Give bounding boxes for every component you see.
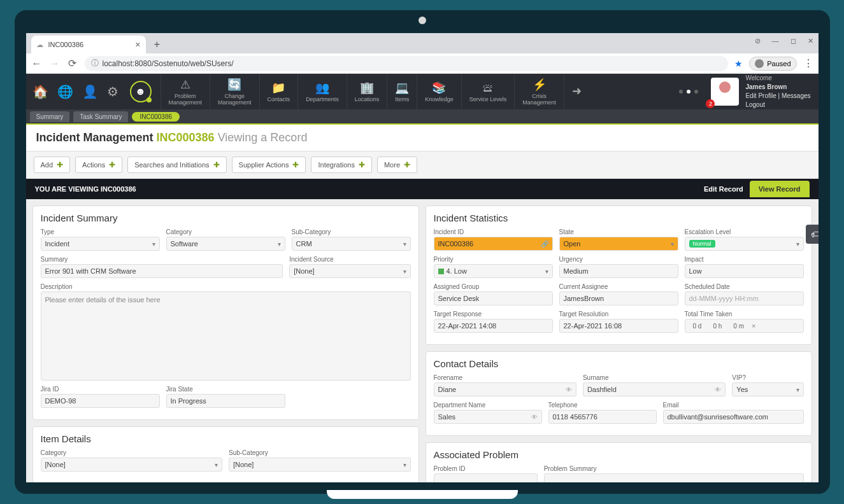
plus-icon: ✚ [213, 160, 220, 169]
user-avatar[interactable]: 2 [711, 78, 739, 106]
edit-record-button[interactable]: Edit Record [704, 185, 743, 193]
tab-task-summary[interactable]: Task Summary [73, 111, 128, 122]
reload-icon[interactable]: ⟳ [67, 57, 78, 69]
module-next[interactable]: ➜ [564, 74, 589, 109]
clear-time-icon[interactable]: × [752, 322, 755, 330]
panel-title: Associated Problem [434, 449, 804, 460]
module-locations[interactable]: 🏢Locations [347, 74, 387, 109]
module-service-levels[interactable]: 🛎Service Levels [461, 74, 515, 109]
back-icon[interactable]: ← [31, 58, 43, 69]
edit-profile-link[interactable]: Edit Profile [745, 92, 776, 99]
action-bar: Add✚ Actions✚ Searches and Initiations✚ … [26, 151, 819, 179]
priority-select[interactable]: 4. Low [434, 264, 553, 278]
department-field[interactable]: Sales [434, 410, 542, 424]
view-banner: YOU ARE VIEWING INC000386 Edit Record Vi… [26, 179, 819, 199]
globe-icon[interactable]: 🌐 [57, 84, 73, 99]
more-button[interactable]: More✚ [377, 157, 417, 173]
module-departments[interactable]: 👥Departments [297, 74, 347, 109]
integrations-button[interactable]: Integrations✚ [311, 157, 371, 173]
bookmark-icon[interactable]: ★ [734, 59, 743, 69]
module-change-management[interactable]: 🔄ChangeManagement [210, 74, 259, 109]
state-select[interactable]: Open [559, 237, 678, 251]
browser-menu-icon[interactable]: ⋮ [803, 57, 813, 69]
subcategory-select[interactable]: CRM [292, 237, 411, 251]
viewing-label: YOU ARE VIEWING INC000386 [35, 185, 136, 193]
item-details-panel: Item Details Category[None] Sub-Category… [32, 426, 419, 482]
jira-state-input[interactable]: In Progress [166, 394, 285, 408]
email-field[interactable]: dbullivant@sunrisesoftware.com [663, 410, 804, 424]
camera-dot [418, 17, 426, 24]
panel-title: Contact Details [434, 358, 804, 369]
address-field[interactable]: ⓘ localhost:8080/Sostenuto/web/SUsers/ [85, 56, 729, 71]
module-knowledge[interactable]: 📚Knowledge [417, 74, 461, 109]
restore-icon[interactable]: ◻ [790, 37, 796, 45]
impact-field[interactable]: Low [685, 264, 804, 278]
cloud-icon: ☁ [36, 41, 45, 49]
panel-title: Incident Statistics [434, 213, 804, 223]
module-problem-management[interactable]: ⚠ProblemManagement [161, 74, 210, 109]
browser-tab[interactable]: ☁ INC000386 × [31, 36, 146, 53]
target-response-field[interactable]: 22-Apr-2021 14:08 [434, 319, 553, 333]
plus-icon: ✚ [404, 160, 410, 169]
bell-icon: 🛎 [482, 81, 494, 95]
books-icon: 📚 [432, 81, 446, 95]
telephone-field[interactable]: 0118 4565776 [548, 410, 657, 424]
supplier-actions-button[interactable]: Supplier Actions✚ [232, 157, 306, 173]
plus-icon: ✚ [109, 160, 115, 169]
incident-id-field[interactable]: INC000386 [434, 237, 553, 251]
description-textarea[interactable]: Please enter details of the issue here [41, 291, 411, 381]
tab-summary[interactable]: Summary [30, 111, 70, 122]
summary-input[interactable]: Error 901 with CRM Software [41, 264, 283, 278]
view-record-button[interactable]: View Record [750, 181, 810, 197]
source-select[interactable]: [None] [289, 264, 410, 278]
problem-summary-field[interactable] [544, 473, 804, 482]
jira-id-input[interactable]: DEMO-98 [41, 394, 160, 408]
item-subcategory-select[interactable]: [None] [229, 458, 411, 472]
carousel-dots[interactable] [679, 90, 698, 94]
warning-icon: ⚠ [180, 78, 190, 92]
actions-button[interactable]: Actions✚ [75, 157, 122, 173]
forward-icon[interactable]: → [49, 58, 61, 69]
searches-button[interactable]: Searches and Initiations✚ [127, 157, 226, 173]
add-button[interactable]: Add✚ [34, 157, 71, 173]
module-contacts[interactable]: 📁Contacts [259, 74, 298, 109]
tab-title: INC000386 [48, 41, 84, 48]
target-resolution-field[interactable]: 22-Apr-2021 16:08 [559, 319, 678, 333]
minimize-icon[interactable]: — [772, 37, 779, 45]
assistant-icon[interactable]: ☻ [130, 81, 152, 102]
home-icon[interactable]: 🏠 [32, 84, 48, 99]
assigned-group-field[interactable]: Service Desk [434, 291, 553, 305]
logout-link[interactable]: Logout [745, 101, 765, 108]
stop-icon[interactable]: ⊘ [755, 37, 761, 45]
panel-title: Item Details [41, 433, 411, 444]
folder-icon: 📁 [271, 81, 285, 95]
page-title: Incident Management INC000386 Viewing a … [36, 131, 808, 144]
module-items[interactable]: 💻Items [387, 74, 417, 109]
associated-problem-panel: Associated Problem Problem ID Problem Su… [426, 442, 812, 482]
forename-field[interactable]: Diane [434, 382, 576, 396]
notification-badge[interactable]: 2 [706, 99, 715, 108]
window-close-icon[interactable]: ✕ [808, 37, 813, 45]
assignee-field[interactable]: JamesBrown [559, 291, 678, 305]
escalation-select[interactable]: Normal [685, 237, 804, 251]
home-indicator [327, 490, 518, 499]
item-category-select[interactable]: [None] [41, 458, 223, 472]
user-icon[interactable]: 👤 [82, 84, 98, 99]
surname-field[interactable]: Dashfield [583, 382, 726, 396]
type-select[interactable]: Incident [41, 237, 160, 251]
tags-icon[interactable]: 🏷 [806, 225, 819, 244]
module-crisis-management[interactable]: ⚡CrisisManagement [514, 74, 564, 109]
tab-incident-active[interactable]: INC000386 [132, 112, 180, 122]
messages-link[interactable]: Messages [782, 92, 811, 99]
problem-id-field[interactable] [434, 473, 538, 482]
profile-paused[interactable]: Paused [749, 57, 796, 71]
close-icon[interactable]: × [135, 39, 140, 50]
vip-select[interactable]: Yes [732, 382, 803, 396]
contact-details-panel: Contact Details ForenameDiane SurnameDas… [426, 351, 812, 436]
urgency-field[interactable]: Medium [559, 264, 678, 278]
gear-icon[interactable]: ⚙ [107, 84, 118, 99]
category-select[interactable]: Software [166, 237, 285, 251]
site-info-icon[interactable]: ⓘ [91, 58, 99, 69]
new-tab-button[interactable]: + [151, 38, 164, 51]
scheduled-date-field[interactable]: dd-MMM-yyyy HH:mm [685, 291, 804, 305]
